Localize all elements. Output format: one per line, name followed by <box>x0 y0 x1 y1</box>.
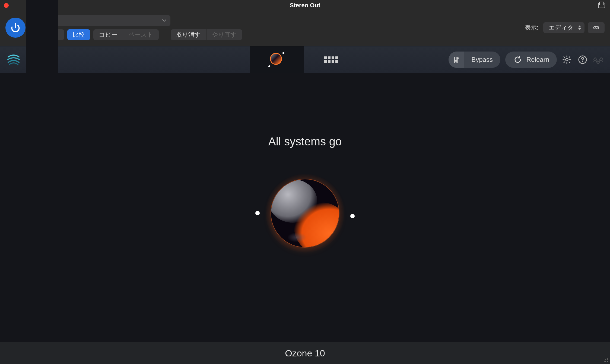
gear-icon <box>562 55 571 64</box>
svg-rect-6 <box>455 60 457 62</box>
svg-point-10 <box>582 61 583 62</box>
orb-handle-right[interactable] <box>350 214 355 218</box>
orb-sphere <box>271 179 339 247</box>
modules-grid-icon <box>324 56 338 63</box>
plugin-header: Ozone ADVANCED <box>0 46 610 73</box>
chevron-down-icon <box>162 19 167 22</box>
maximize-icon[interactable] <box>598 3 605 8</box>
window-title: Stereo Out <box>290 2 320 9</box>
sidechain-link-button[interactable] <box>588 22 605 33</box>
waveform-icon <box>593 55 603 65</box>
svg-rect-5 <box>454 58 455 60</box>
main-content: All systems go <box>0 73 610 342</box>
display-label: 表示: <box>525 24 538 32</box>
close-window-button[interactable] <box>4 3 9 8</box>
settings-button[interactable] <box>562 55 572 65</box>
power-icon <box>10 22 21 33</box>
bypass-button[interactable]: Bypass <box>449 52 500 68</box>
redo-button[interactable]: やり直す <box>206 29 242 40</box>
footer-product-label: Ozone 10 <box>285 348 325 359</box>
power-button[interactable] <box>5 18 26 38</box>
help-icon <box>578 55 587 64</box>
relearn-label: Relearn <box>526 56 549 63</box>
link-icon <box>592 24 600 31</box>
relearn-button[interactable]: Relearn <box>505 52 557 68</box>
stepper-icon <box>578 25 581 30</box>
izotope-mark-icon <box>6 52 21 67</box>
copy-button[interactable]: コピー <box>93 29 123 40</box>
paste-button[interactable]: ペースト <box>123 29 159 40</box>
tab-modules[interactable] <box>304 46 358 73</box>
display-mode-select[interactable]: エディタ <box>543 22 584 33</box>
host-toolbar: 手動 比較 コピー ペースト 取り消す やり直す <box>0 11 610 46</box>
undo-button[interactable]: 取り消す <box>171 29 206 40</box>
display-mode-value: エディタ <box>549 24 574 32</box>
help-button[interactable] <box>577 55 588 65</box>
tab-assistant[interactable] <box>250 46 304 73</box>
svg-rect-7 <box>457 58 459 59</box>
bypass-toggle-icon <box>449 52 464 68</box>
refresh-icon <box>513 55 523 65</box>
status-heading: All systems go <box>268 135 342 148</box>
orb-icon <box>270 53 284 66</box>
bypass-label: Bypass <box>464 56 500 63</box>
waveform-button[interactable] <box>593 55 603 65</box>
orb-handle-left[interactable] <box>255 211 260 215</box>
compare-button[interactable]: 比較 <box>67 29 90 40</box>
resize-grip[interactable] <box>602 356 608 362</box>
svg-point-8 <box>565 58 568 61</box>
window-title-bar: Stereo Out <box>0 0 610 11</box>
master-assistant-orb[interactable] <box>260 175 350 251</box>
footer-bar: Ozone 10 <box>0 342 610 364</box>
